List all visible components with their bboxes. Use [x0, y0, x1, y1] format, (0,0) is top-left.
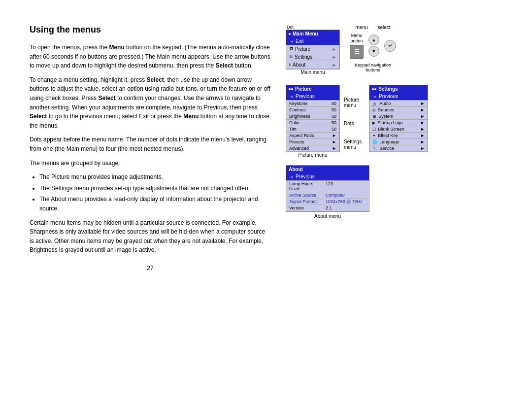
menu-row-exit: ◄ Exit [286, 37, 339, 45]
left-column: Using the menus To open the menus, press… [30, 25, 271, 386]
top-area: Dot Main Menu ◄ Exit [286, 25, 396, 75]
about-row-previous: ◄ Previous [286, 173, 369, 181]
source-label: Active Source [289, 193, 324, 198]
paragraph-5: Certain menu items may be hidden until a… [30, 218, 271, 255]
right-arrow-icon-2: ► [332, 55, 336, 60]
startup-icon: ▶ [372, 121, 375, 125]
picture-caption: Picture menu [299, 152, 328, 158]
page-title: Using the menus [30, 25, 271, 35]
menu-button[interactable]: ☰ [350, 45, 364, 59]
keypad-mid-section: Menubutton ☰ ▲ ▼ [350, 33, 396, 59]
language-arrow: ► [420, 139, 425, 144]
tint-value: 50 [332, 127, 336, 132]
keypad-caption: Keypad navigationbuttons [355, 63, 391, 72]
dot-1 [289, 33, 291, 35]
picture-menu-title: Picture [286, 85, 339, 93]
bullet-1: The Picture menu provides image adjustme… [39, 172, 271, 182]
bullet-list: The Picture menu provides image adjustme… [39, 172, 271, 213]
system-arrow: ► [420, 114, 425, 119]
service-arrow: ► [420, 146, 425, 151]
color-label: Color [289, 120, 300, 125]
settings-menu-section: Settings ◄ Previous 🔊 Audio ► ⊞ [369, 85, 428, 152]
about-previous-label: Previous [296, 174, 315, 179]
pic-row-advanced: Advanced ► [286, 145, 339, 152]
aspect-arrow: ► [332, 133, 336, 138]
brightness-label: Brightness [289, 114, 310, 119]
settings-label: Settings [295, 54, 312, 60]
about-section: About ◄ Previous Lamp Hours Used 123 Act… [286, 165, 369, 219]
blank-label: Blank Screen [378, 127, 404, 132]
contrast-value: 50 [332, 107, 336, 112]
pic-row-color: Color 50 [286, 120, 339, 126]
set-row-startup: ▶ Startup Logo ► [369, 120, 428, 126]
contrast-label: Contrast [289, 107, 306, 112]
version-value: 2.1 [326, 206, 332, 210]
pic-row-contrast: Contrast 50 [286, 107, 339, 113]
about-row-lamp: Lamp Hours Used 123 [286, 181, 369, 192]
system-icon: 🖥 [372, 114, 376, 119]
set-row-sources: ⊞ Sources ► [369, 107, 428, 113]
picture-side-labels: Picturemenu Dots Settingsmenu [344, 97, 362, 150]
prev-arrow-icon: ◄ [289, 94, 294, 99]
main-menu-area: Dot Main Menu ◄ Exit [286, 25, 340, 75]
bullet-2: The Settings menu provides set-up type a… [39, 184, 271, 193]
main-menu-caption: Main menu [300, 69, 325, 75]
exit-label: Exit [296, 38, 304, 44]
dot-s1 [372, 88, 374, 90]
lamp-label: Lamp Hours Used [289, 181, 324, 191]
color-value: 50 [332, 120, 336, 125]
left-arrow-icon: ◄ [289, 39, 294, 44]
settings-title: Settings [378, 86, 398, 92]
advanced-label: Advanced [289, 146, 309, 151]
paragraph-1: To open the menus, press the Menu button… [30, 43, 271, 70]
picture-area: Picture ◄ Previous Keystone 50 [286, 85, 362, 158]
paragraph-2: To change a menu setting, highlight it, … [30, 75, 271, 131]
presets-label: Presets [289, 139, 304, 144]
about-menu-box: About ◄ Previous Lamp Hours Used 123 Act… [286, 165, 369, 212]
menu-button-caption: Menubutton [350, 33, 363, 44]
menu-label: menu [355, 25, 367, 30]
up-arrow-button[interactable]: ▲ [368, 34, 379, 45]
about-prev-arrow: ◄ [289, 174, 294, 179]
format-label: Signal Format [289, 199, 324, 204]
pic-row-keystone: Keystone 50 [286, 101, 339, 107]
lamp-value: 123 [326, 181, 333, 191]
paragraph-3: Dots appear before the menu name. The nu… [30, 135, 271, 153]
down-arrow-button[interactable]: ▼ [368, 46, 379, 57]
effect-label: Effect Key [378, 133, 398, 138]
about-row-format: Signal Format 1024x768 @ 72Hz [286, 199, 369, 205]
startup-arrow: ► [420, 120, 425, 125]
set-row-previous: ◄ Previous [369, 93, 428, 101]
select-icon: ↵ [388, 43, 392, 48]
effect-arrow: ► [420, 133, 425, 138]
settings-menu-box: Settings ◄ Previous 🔊 Audio ► ⊞ [369, 85, 428, 152]
language-icon: 🌐 [372, 140, 377, 144]
down-arrow-icon: ▼ [372, 49, 376, 54]
page: Using the menus To open the menus, press… [0, 0, 532, 411]
menu-row-picture: 🖼 Picture ► [286, 45, 339, 53]
sources-label: Sources [378, 107, 394, 112]
service-label: Service [379, 146, 394, 151]
main-menu-title: Main Menu [293, 31, 318, 36]
about-menu-title: About [286, 166, 369, 173]
audio-icon: 🔊 [372, 102, 377, 106]
about-label: About [293, 62, 305, 68]
set-row-service: 🔧 Service ► [369, 145, 428, 152]
brightness-value: 50 [332, 114, 336, 119]
about-row-source: Active Source Computer [286, 192, 369, 199]
sources-icon: ⊞ [372, 108, 376, 112]
set-row-system: 🖥 System ► [369, 113, 428, 120]
page-number: 27 [30, 265, 271, 272]
startup-label: Startup Logo [377, 120, 403, 125]
dot-s2 [374, 88, 376, 90]
previous-label: Previous [296, 94, 315, 99]
set-row-blank: ☐ Blank Screen ► [369, 126, 428, 133]
select-button[interactable]: ↵ [384, 40, 396, 52]
set-row-effect: ✦ Effect Key ► [369, 133, 428, 139]
picture-label: Picture [295, 46, 310, 52]
system-label: System [378, 114, 393, 119]
pic-row-presets: Presets ► [286, 139, 339, 145]
set-row-language: 🌐 Language ► [369, 139, 428, 145]
menu-dots [289, 33, 291, 35]
picture-menu-label: Picturemenu [344, 97, 362, 108]
